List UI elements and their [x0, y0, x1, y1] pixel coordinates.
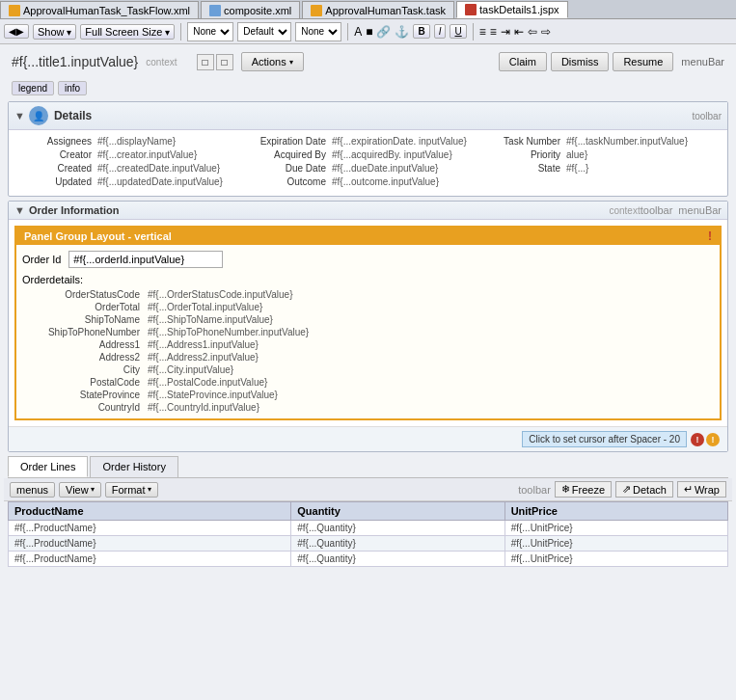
order-fields: OrderStatusCode#f{...OrderStatusCode.inp…	[22, 289, 714, 413]
table-header-row: ProductNameQuantityUnitPrice	[9, 502, 728, 521]
order-field-value: #f{...OrderStatusCode.inputValue}	[148, 289, 292, 300]
order-toggle[interactable]: ▼	[14, 204, 25, 216]
tab-task-details[interactable]: taskDetails1.jspx	[456, 1, 568, 18]
tab-order-lines[interactable]: Order Lines	[8, 456, 88, 477]
spacer-red-icon[interactable]: !	[691, 433, 704, 446]
fullscreen-button[interactable]: Full Screen Size ▾	[80, 24, 175, 40]
claim-button[interactable]: Claim	[499, 52, 547, 71]
order-toolbar-menubar: toolbar menuBar	[641, 204, 722, 216]
order-field-label: OrderStatusCode	[22, 289, 148, 300]
expiration-label: Expiration Date	[255, 136, 332, 147]
info-tab[interactable]: info	[58, 81, 87, 95]
view-dropdown-arrow: ▾	[91, 485, 95, 494]
main-toolbar: ◀▶ Show ▾ Full Screen Size ▾ None Defaul…	[0, 19, 736, 44]
menus-button[interactable]: menus	[10, 482, 55, 498]
table-cell: #f{...UnitPrice}	[504, 521, 727, 536]
bold-button[interactable]: B	[413, 24, 429, 39]
order-field-value: #f{...OrderTotal.inputValue}	[148, 302, 262, 312]
order-field-value: #f{...PostalCode.inputValue}	[148, 377, 267, 388]
detach-icon: ⇗	[622, 483, 631, 496]
order-details-section: Orderdetails: OrderStatusCode#f{...Order…	[22, 274, 714, 413]
tab-order-history[interactable]: Order History	[90, 456, 177, 477]
order-field-label: ShipToName	[22, 314, 148, 325]
order-toolbar-label: toolbar	[641, 204, 673, 216]
default-select[interactable]: Default	[237, 22, 291, 41]
spacer-text: Click to set cursor after Spacer - 20	[522, 431, 687, 447]
align-icon-2[interactable]: ⇨	[541, 25, 551, 39]
panel-group-title: Panel Group Layout - vertical !	[16, 228, 720, 245]
order-field-label: OrderTotal	[22, 302, 148, 312]
icon-btn-group: □ □	[197, 54, 233, 70]
show-button[interactable]: Show ▾	[33, 24, 76, 40]
separator-2	[347, 23, 348, 40]
field-state: State #f{...}	[489, 163, 716, 174]
italic-button[interactable]: I	[434, 24, 447, 39]
table-cell: #f{...UnitPrice}	[504, 536, 727, 552]
due-date-value: #f{...dueDate.inputValue}	[332, 163, 438, 174]
indent-icon-1[interactable]: ⇥	[501, 25, 510, 39]
tab-bar: ApprovalHumanTask_TaskFlow.xml composite…	[0, 0, 736, 19]
resume-button[interactable]: Resume	[613, 52, 673, 71]
details-toggle[interactable]: ▼	[14, 110, 25, 121]
table-cell: #f{...UnitPrice}	[504, 552, 727, 567]
menubar-label: menuBar	[681, 56, 724, 67]
underline-button[interactable]: U	[450, 24, 466, 39]
freeze-button[interactable]: ❄ Freeze	[555, 481, 612, 498]
due-date-label: Due Date	[255, 163, 332, 174]
spacer-orange-icon[interactable]: !	[706, 433, 720, 446]
icon-btn-2[interactable]: □	[216, 54, 233, 70]
panel-content: Order Id Orderdetails: OrderStatusCode#f…	[16, 245, 720, 418]
none-select-1[interactable]: None	[187, 22, 233, 41]
details-body: Assignees #f{...displayName} Creator #f{…	[9, 130, 727, 196]
dismiss-button[interactable]: Dismiss	[551, 52, 610, 71]
updated-label: Updated	[20, 176, 97, 187]
table-cell: #f{...Quantity}	[291, 521, 504, 536]
order-field-row: PostalCode#f{...PostalCode.inputValue}	[22, 377, 714, 388]
details-section: ▼ 👤 Details toolbar Assignees #f{...disp…	[8, 101, 728, 197]
field-updated: Updated #f{...updatedDate.inputValue}	[20, 176, 247, 187]
tab-approval-task[interactable]: ApprovalHumanTask.task	[302, 1, 454, 18]
table-row: #f{...ProductName}#f{...Quantity}#f{...U…	[9, 536, 728, 552]
assignees-label: Assignees	[20, 136, 97, 147]
field-acquired-by: Acquired By #f{...acquiredBy. inputValue…	[255, 149, 481, 160]
order-field-label: CountryId	[22, 402, 148, 413]
order-id-input[interactable]	[68, 251, 223, 268]
tab-composite[interactable]: composite.xml	[201, 1, 300, 18]
align-icon-1[interactable]: ⇦	[528, 25, 537, 39]
legend-tab[interactable]: legend	[12, 81, 54, 95]
details-icon: 👤	[29, 106, 48, 125]
created-label: Created	[20, 163, 97, 174]
spacer-icons: ! !	[691, 433, 720, 446]
table-cell: #f{...ProductName}	[9, 536, 291, 552]
format-button[interactable]: Format ▾	[105, 482, 158, 498]
order-field-row: CountryId#f{...CountryId.inputValue}	[22, 402, 714, 413]
order-context-label: context	[609, 205, 640, 216]
outcome-value: #f{...outcome.inputValue}	[332, 176, 439, 187]
toolbar-nav-btn[interactable]: ◀▶	[4, 24, 29, 39]
none-select-2[interactable]: None	[295, 22, 341, 41]
actions-button[interactable]: Actions ▾	[241, 52, 304, 71]
detach-button[interactable]: ⇗ Detach	[615, 481, 673, 498]
main-content: #f{...title1.inputValue} context □ □ Act…	[0, 44, 736, 700]
tab-approval-taskflow[interactable]: ApprovalHumanTask_TaskFlow.xml	[0, 1, 199, 18]
panel-group: Panel Group Layout - vertical ! Order Id…	[14, 226, 722, 420]
highlight-icon[interactable]: ■	[366, 25, 372, 39]
created-value: #f{...createdDate.inputValue}	[97, 163, 220, 174]
order-field-label: City	[22, 364, 148, 375]
spacer-click-bar[interactable]: Click to set cursor after Spacer - 20 ! …	[9, 426, 727, 451]
list-icon-2[interactable]: ≡	[490, 25, 497, 39]
order-field-row: Address1#f{...Address1.inputValue}	[22, 339, 714, 350]
wrap-button[interactable]: ↵ Wrap	[677, 481, 726, 498]
icon-btn-1[interactable]: □	[197, 54, 214, 70]
field-group-middle: Expiration Date #f{...expirationDate. in…	[255, 136, 481, 190]
table-row: #f{...ProductName}#f{...Quantity}#f{...U…	[9, 552, 728, 567]
anchor-icon[interactable]: ⚓	[395, 25, 409, 39]
outcome-label: Outcome	[255, 176, 332, 187]
field-creator: Creator #f{...creator.inputValue}	[20, 149, 247, 160]
indent-icon-2[interactable]: ⇤	[514, 25, 524, 39]
list-icon-1[interactable]: ≡	[479, 25, 486, 39]
order-field-value: #f{...ShipToPhoneNumber.inputValue}	[148, 327, 309, 337]
link-icon[interactable]: 🔗	[376, 25, 391, 39]
text-color-icon[interactable]: A	[354, 25, 362, 39]
view-button[interactable]: View ▾	[59, 482, 101, 498]
